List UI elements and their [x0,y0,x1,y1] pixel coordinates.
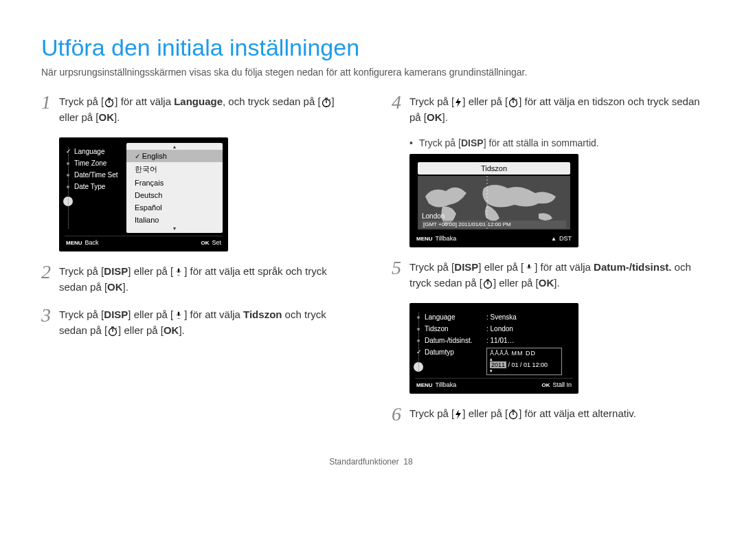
step-number: 5 [392,258,409,278]
timer-icon [482,278,493,289]
page-title: Utföra den initiala inställningen [41,34,701,61]
screen1-item: Date Type [65,181,126,192]
step-1-text: Tryck på [] för att välja Language, och … [59,94,350,125]
step-number: 4 [392,93,409,112]
lang-option: Italiano [126,214,223,226]
screen2-footer: MENUTillbaka ▲DST [415,232,573,242]
ok-icon: OK [164,324,179,336]
ok-icon: OK [99,111,115,123]
page-footer: Standardfunktioner 18 [41,457,701,467]
screen1-item: Date/Time Set [65,169,126,181]
screen3-item: Datum-/tidsinst. [415,335,486,346]
lang-option: Français [126,177,223,189]
step-number: 3 [41,306,59,325]
chevron-up-icon: ▴ [490,357,559,361]
step-6: 6 Tryck på [] eller på [] för att välja … [392,406,701,424]
step-5-text: Tryck på [DISP] eller på [] för att välj… [409,260,701,291]
screen3-item: Datumtyp [415,346,486,358]
timer-icon [508,409,519,420]
step-1: 1 Tryck på [] för att välja Language, oc… [41,94,350,125]
language-screen: Language Time Zone Date/Time Set Date Ty… [59,137,228,251]
screen1-item: Language [65,146,126,157]
step-number: 6 [392,405,409,424]
tz-location: London [422,212,445,220]
macro-icon [173,267,184,278]
intro-text: När urpsrungsinställningsskärmen visas s… [41,67,701,78]
triangle-up-icon: ▲ [551,236,556,242]
chevron-down-icon: ▾ [490,368,559,373]
disp-icon: DISP [461,137,484,148]
disp-icon: DISP [104,309,128,320]
ok-icon: OK [107,281,123,293]
flash-icon [454,97,462,108]
screen3-item: Language [415,311,486,323]
screen3-side-list: Language Tidszon Datum-/tidsinst. Datumt… [415,309,486,375]
chevron-down-icon: ▾ [126,226,223,232]
screen3-item: Tidszon [415,323,486,335]
step-number: 2 [41,262,59,282]
right-column: 4 Tryck på [] eller på [] för att välja … [392,94,701,436]
ok-icon: OK [539,277,554,289]
screen3-footer: MENUTillbaka OKStäll In [415,378,573,388]
lang-option: 한국어 [126,162,223,177]
step-4: 4 Tryck på [] eller på [] för att välja … [392,94,701,125]
screen1-side-list: Language Time Zone Date/Time Set Date Ty… [65,143,126,233]
tz-title: Tidszon [418,162,570,175]
screen1-item: Time Zone [65,157,126,169]
left-column: 1 Tryck på [] för att välja Language, oc… [41,94,350,436]
step-4-text: Tryck på [] eller på [] för att välja en… [409,94,701,125]
date-format-box: ÅÅÅÅ MM DD ▴ 2011 / 01 / 01 12:00 ▾ [486,348,562,375]
macro-icon [173,310,184,321]
screen3-values: : Svenska : London : 11/01… ÅÅÅÅ MM DD ▴… [486,309,573,375]
world-map: London [GMT +00:00] 2011/01/01 12:00 PM [418,176,570,229]
step-3-text: Tryck på [DISP] eller på [] för att välj… [59,307,350,338]
ok-icon: OK [427,111,442,123]
timer-icon [321,97,332,108]
timer-icon [107,326,118,337]
step-2-text: Tryck på [DISP] eller på [] för att välj… [59,264,350,295]
screen1-options: ▴ English 한국어 Français Deutsch Español I… [126,143,223,233]
macro-icon [524,262,535,273]
step-6-text: Tryck på [] eller på [] för att välja et… [409,406,636,422]
screen1-footer: MENUBack OKSet [65,236,223,246]
timezone-screen: Tidszon London [GMT +00:00] 2011/01/01 1… [409,154,578,247]
step-2: 2 Tryck på [DISP] eller på [] för att vä… [41,264,350,295]
timer-icon [508,97,519,108]
lang-option: Español [126,201,223,214]
disp-icon: DISP [454,261,478,273]
lang-option: English [126,150,223,162]
step-number: 1 [41,93,59,112]
tz-gmt: [GMT +00:00] 2011/01/01 12:00 PM [422,221,566,228]
chevron-up-icon: ▴ [126,144,223,150]
flash-icon [454,409,462,420]
lang-option: Deutsch [126,189,223,201]
step-3: 3 Tryck på [DISP] eller på [] för att vä… [41,307,350,338]
step-4-note: • Tryck på [DISP] för att ställa in somm… [409,137,701,148]
step-5: 5 Tryck på [DISP] eller på [] för att vä… [392,260,701,291]
disp-icon: DISP [104,265,128,277]
date-screen: Language Tidszon Datum-/tidsinst. Datumt… [409,303,578,394]
timer-icon [104,97,115,108]
columns: 1 Tryck på [] för att välja Language, oc… [41,94,701,436]
